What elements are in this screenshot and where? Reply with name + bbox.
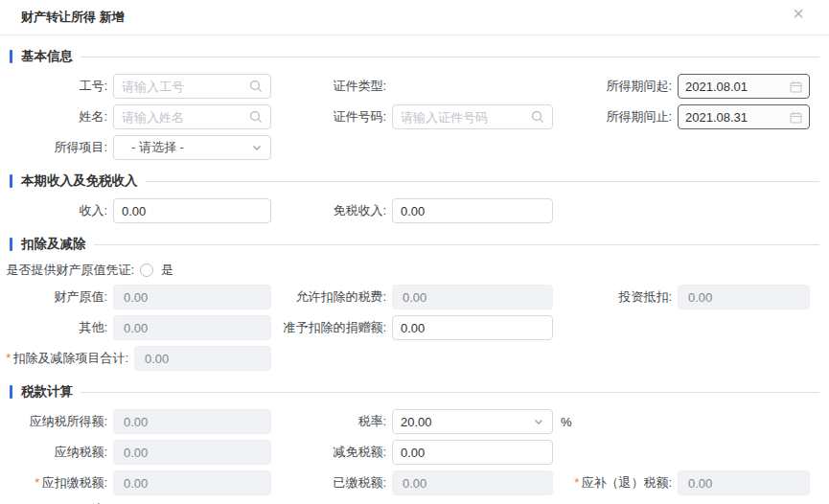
tax-due-refund-field: 0.00 (678, 470, 810, 495)
period-start-field[interactable]: 2021.08.01 (678, 74, 810, 99)
other-text: 0.00 (124, 321, 148, 335)
calendar-icon (790, 111, 802, 124)
investment-offset-text: 0.00 (688, 290, 712, 305)
section-divider (81, 392, 819, 393)
tax-due-refund-label: *应补（退）税额: (553, 474, 678, 492)
period-end-value: 2021.08.31 (685, 110, 748, 125)
row-tax-1: 应纳税所得额: 0.00 税率: 20.00 % (0, 409, 829, 434)
withholding-tax-field: 0.00 (113, 470, 271, 495)
other-field: 0.00 (113, 315, 271, 340)
tax-rate-value: 20.00 (401, 415, 432, 429)
row-basic-2: 姓名: 证件号码: 所得期间止: 2021.08.31 (0, 104, 829, 129)
close-icon[interactable]: × (787, 2, 810, 25)
section-divider (94, 244, 820, 245)
employee-no-label: 工号: (0, 78, 113, 95)
investment-offset-label: 投资抵扣: (553, 288, 678, 306)
section-title: 基本信息 (21, 48, 73, 65)
row-tax-3: *应扣缴税额: 0.00 已缴税额: 0.00 *应补（退）税额: 0.00 (0, 470, 829, 495)
section-title: 本期收入及免税收入 (21, 172, 138, 190)
voucher-yes-radio[interactable] (140, 263, 153, 277)
id-type-label: 证件类型: (271, 78, 392, 95)
id-number-label: 证件号码: (271, 108, 392, 126)
dialog-title: 财产转让所得 新增 (21, 9, 125, 26)
donation-input[interactable] (401, 321, 544, 335)
section-basic-info: 基本信息 (10, 48, 819, 65)
tax-free-income-field (392, 198, 553, 223)
deductible-taxes-text: 0.00 (403, 290, 426, 305)
tax-reduction-label: 减免税额: (271, 444, 392, 461)
section-accent-bar (10, 50, 12, 63)
paid-tax-text: 0.00 (403, 476, 426, 491)
section-current-income: 本期收入及免税收入 (10, 172, 819, 190)
required-asterisk: * (35, 475, 39, 490)
deduction-total-text: 0.00 (145, 352, 169, 366)
tax-rate-unit: % (561, 415, 572, 429)
deductible-taxes-label: 允许扣除的税费: (271, 288, 392, 306)
income-item-value: - 请选择 - (122, 139, 184, 156)
deduction-total-label: *扣除及减除项目合计: (0, 350, 134, 367)
section-tax-calc: 税款计算 (10, 383, 819, 401)
paid-tax-label: 已缴税额: (271, 474, 392, 492)
other-label: 其他: (0, 319, 113, 336)
tax-reduction-field (392, 440, 553, 465)
section-title: 税款计算 (21, 383, 73, 401)
tax-payable-text: 0.00 (124, 446, 148, 460)
investment-offset-field: 0.00 (678, 285, 810, 309)
deduction-total-field: 0.00 (134, 346, 271, 371)
tax-due-refund-text: 0.00 (688, 476, 712, 491)
chevron-down-icon (533, 416, 544, 427)
paid-tax-field: 0.00 (392, 470, 553, 495)
tax-rate-select[interactable]: 20.00 (392, 409, 553, 434)
donation-field (392, 315, 553, 340)
period-start-label: 所得期间起: (553, 78, 678, 95)
row-tax-2: 应纳税额: 0.00 减免税额: (0, 440, 829, 465)
section-accent-bar (10, 174, 12, 188)
calendar-icon (790, 80, 802, 93)
income-input[interactable] (122, 204, 263, 218)
original-value-text: 0.00 (124, 290, 148, 305)
tax-rate-label: 税率: (271, 413, 392, 430)
deduction-total-label-text: 扣除及减除项目合计: (12, 351, 128, 365)
employee-no-field (113, 74, 271, 99)
dialog-header: 财产转让所得 新增 × (0, 0, 829, 35)
section-title: 扣除及减除 (21, 236, 86, 253)
withholding-tax-label-text: 应扣缴税额: (41, 475, 107, 490)
row-voucher: 是否提供财产原值凭证: 是 (0, 262, 829, 279)
search-icon[interactable] (249, 80, 263, 93)
id-number-input[interactable] (401, 110, 531, 125)
income-label: 收入: (0, 202, 113, 219)
withholding-tax-label: *应扣缴税额: (0, 474, 113, 492)
search-icon[interactable] (249, 110, 263, 124)
search-icon[interactable] (531, 110, 544, 124)
tax-free-income-input[interactable] (401, 204, 544, 218)
taxable-income-label: 应纳税所得额: (0, 413, 113, 430)
tax-reduction-input[interactable] (401, 446, 544, 460)
row-basic-1: 工号: 证件类型: 所得期间起: 2021.08.01 (0, 74, 829, 99)
income-field (113, 198, 271, 223)
period-end-field[interactable]: 2021.08.31 (678, 104, 810, 129)
income-item-label: 所得项目: (0, 139, 113, 156)
taxable-income-text: 0.00 (124, 415, 148, 429)
original-value-label: 财产原值: (0, 288, 113, 306)
required-asterisk: * (6, 351, 11, 365)
voucher-yes-label: 是 (161, 262, 173, 279)
section-divider (146, 181, 820, 182)
income-item-select[interactable]: - 请选择 - (113, 135, 271, 160)
tax-free-income-label: 免税收入: (271, 202, 392, 219)
tax-payable-field: 0.00 (113, 440, 271, 465)
section-accent-bar (10, 385, 12, 399)
name-input[interactable] (122, 110, 249, 125)
row-deduction-1: 财产原值: 0.00 允许扣除的税费: 0.00 投资抵扣: 0.00 (0, 285, 829, 309)
name-field (113, 104, 271, 129)
row-income: 收入: 免税收入: (0, 198, 829, 223)
original-value-field: 0.00 (113, 285, 271, 309)
donation-label: 准予扣除的捐赠额: (271, 319, 392, 336)
voucher-label: 是否提供财产原值凭证: (0, 262, 140, 279)
row-deduction-total: *扣除及减除项目合计: 0.00 (0, 346, 829, 371)
id-number-field (392, 104, 553, 129)
tax-payable-label: 应纳税额: (0, 444, 113, 461)
employee-no-input[interactable] (122, 80, 249, 94)
deductible-taxes-field: 0.00 (392, 285, 553, 309)
chevron-down-icon (251, 142, 263, 153)
period-end-label: 所得期间止: (553, 108, 678, 126)
